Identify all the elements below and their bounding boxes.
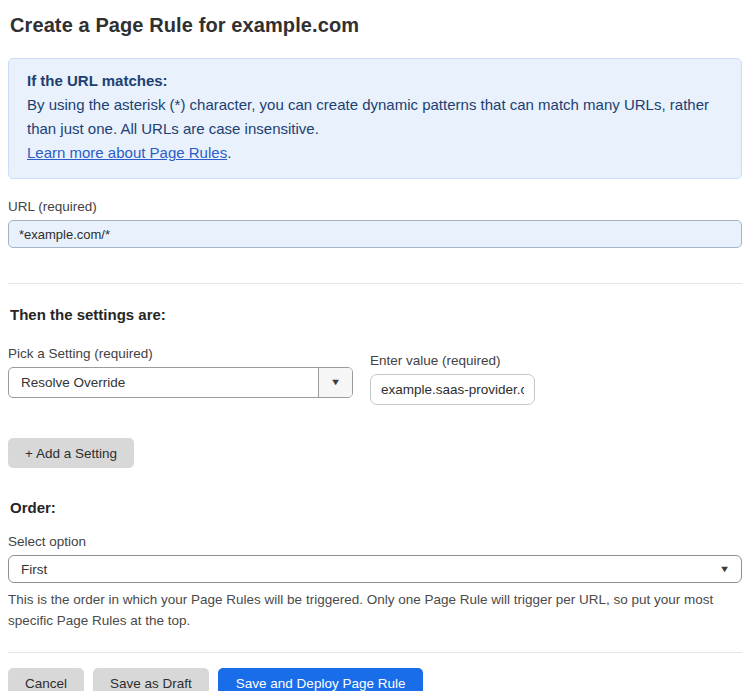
url-match-info-box: If the URL matches: By using the asteris…: [8, 58, 742, 179]
info-box-body: By using the asterisk (*) character, you…: [27, 93, 723, 141]
setting-select-arrow-segment: ▼: [318, 368, 352, 397]
settings-section-heading: Then the settings are:: [10, 306, 740, 323]
section-divider: [8, 283, 742, 284]
add-setting-button[interactable]: + Add a Setting: [8, 438, 134, 468]
setting-value-label: Enter value (required): [370, 353, 535, 368]
cancel-button[interactable]: Cancel: [8, 668, 84, 691]
order-help-text: This is the order in which your Page Rul…: [8, 589, 730, 631]
setting-value-input[interactable]: [370, 374, 535, 405]
create-page-rule-panel: Create a Page Rule for example.com If th…: [0, 0, 750, 691]
setting-picker-label: Pick a Setting (required): [8, 346, 353, 361]
order-select-value: First: [21, 562, 47, 577]
setting-select[interactable]: Resolve Override ▼: [8, 367, 353, 398]
url-input[interactable]: [8, 220, 742, 248]
order-heading: Order:: [10, 499, 740, 516]
settings-row: Pick a Setting (required) Resolve Overri…: [8, 346, 742, 405]
learn-more-page-rules-link[interactable]: Learn more about Page Rules: [27, 144, 227, 161]
order-select-label: Select option: [8, 534, 742, 549]
info-box-heading: If the URL matches:: [27, 69, 723, 93]
setting-value-column: Enter value (required): [370, 353, 535, 405]
save-and-deploy-button[interactable]: Save and Deploy Page Rule: [218, 668, 424, 691]
chevron-down-icon: ▼: [719, 565, 730, 574]
footer-actions: Cancel Save as Draft Save and Deploy Pag…: [8, 668, 742, 691]
footer-divider: [8, 652, 742, 653]
save-as-draft-button[interactable]: Save as Draft: [93, 668, 209, 691]
url-field-label: URL (required): [8, 199, 742, 214]
link-period: .: [227, 144, 231, 161]
info-box-link-line: Learn more about Page Rules.: [27, 141, 723, 165]
page-title: Create a Page Rule for example.com: [10, 14, 740, 37]
order-section: Order: Select option First ▼ This is the…: [8, 499, 742, 631]
setting-picker-column: Pick a Setting (required) Resolve Overri…: [8, 346, 353, 405]
setting-select-value: Resolve Override: [9, 368, 318, 397]
chevron-down-icon: ▼: [330, 378, 341, 387]
order-select[interactable]: First ▼: [8, 555, 742, 583]
